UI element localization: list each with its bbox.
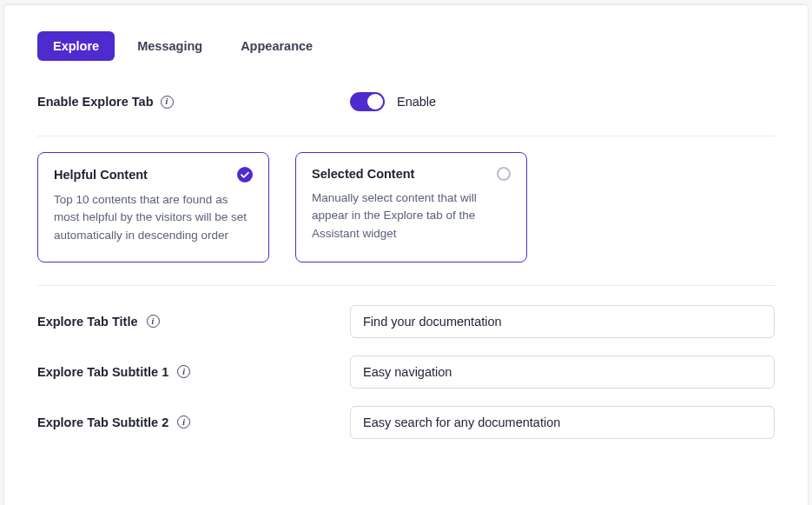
svg-point-0	[237, 167, 253, 183]
enable-row: Enable Explore Tab i Enable	[4, 92, 808, 111]
tab-messaging[interactable]: Messaging	[122, 31, 218, 61]
option-helpful-desc: Top 10 contents that are found as most h…	[54, 191, 253, 244]
explore-sub2-label: Explore Tab Subtitle 2	[37, 415, 168, 429]
enable-toggle-wrap: Enable	[350, 92, 436, 111]
radio-empty-icon	[497, 167, 511, 181]
toggle-knob	[367, 94, 383, 110]
form-rows: Explore Tab Title i Explore Tab Subtitle…	[4, 286, 808, 448]
option-helpful-content[interactable]: Helpful Content Top 10 contents that are…	[37, 152, 269, 262]
option-selected-title: Selected Content	[312, 167, 414, 181]
info-icon[interactable]: i	[177, 415, 190, 429]
enable-label: Enable Explore Tab	[37, 95, 154, 109]
radio-checked-icon	[237, 167, 253, 183]
tab-explore[interactable]: Explore	[37, 31, 115, 61]
explore-title-label-wrap: Explore Tab Title i	[37, 315, 333, 329]
explore-sub2-label-wrap: Explore Tab Subtitle 2 i	[37, 415, 333, 429]
info-icon[interactable]: i	[147, 315, 160, 328]
settings-card: Explore Messaging Appearance Enable Expl…	[3, 3, 809, 505]
explore-sub1-input[interactable]	[350, 355, 775, 389]
tabs-bar: Explore Messaging Appearance	[4, 5, 808, 61]
enable-toggle[interactable]	[350, 92, 385, 111]
tab-appearance[interactable]: Appearance	[225, 31, 328, 61]
option-helpful-title: Helpful Content	[54, 168, 148, 182]
option-selected-content[interactable]: Selected Content Manually select content…	[295, 152, 527, 262]
enable-label-wrap: Enable Explore Tab i	[37, 95, 350, 109]
explore-sub2-input[interactable]	[350, 406, 775, 439]
option-head: Helpful Content	[54, 167, 253, 183]
row-explore-sub2: Explore Tab Subtitle 2 i	[37, 397, 775, 448]
row-explore-sub1: Explore Tab Subtitle 1 i	[37, 347, 775, 397]
enable-toggle-text: Enable	[397, 95, 436, 109]
explore-title-label: Explore Tab Title	[37, 315, 138, 329]
explore-sub1-label-wrap: Explore Tab Subtitle 1 i	[37, 365, 333, 379]
explore-sub1-label: Explore Tab Subtitle 1	[37, 365, 168, 379]
info-icon[interactable]: i	[161, 96, 174, 109]
content-options: Helpful Content Top 10 contents that are…	[4, 136, 560, 262]
option-head: Selected Content	[312, 167, 511, 181]
info-icon[interactable]: i	[177, 365, 190, 378]
explore-title-input[interactable]	[350, 305, 775, 338]
option-selected-desc: Manually select content that will appear…	[312, 189, 511, 243]
row-explore-title: Explore Tab Title i	[37, 296, 775, 347]
